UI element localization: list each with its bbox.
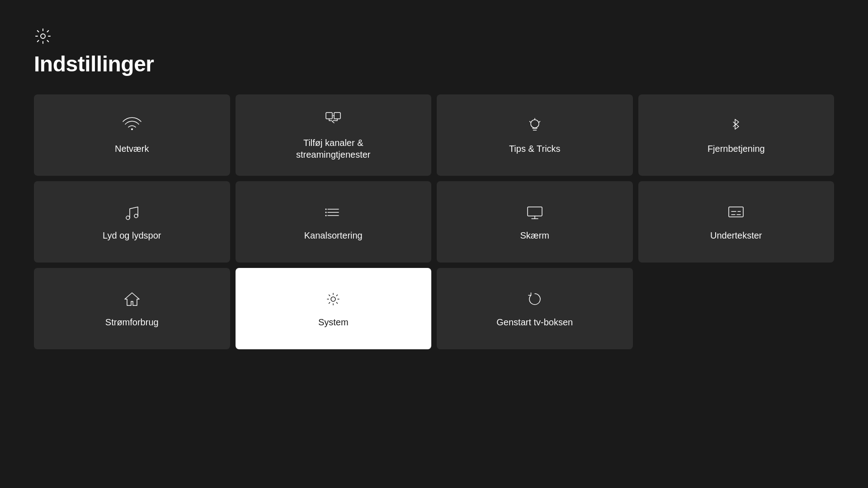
svg-point-10 bbox=[326, 212, 327, 213]
lightbulb-icon bbox=[525, 116, 545, 136]
settings-page: Indstillinger Netværk Tilføj kanaler & s… bbox=[0, 0, 868, 376]
tile-tips-tricks[interactable]: Tips & Tricks bbox=[437, 94, 633, 176]
svg-rect-2 bbox=[334, 113, 340, 119]
tile-label-restart: Genstart tv-boksen bbox=[496, 316, 573, 328]
svg-point-11 bbox=[326, 215, 327, 216]
svg-rect-1 bbox=[326, 113, 332, 119]
list-icon bbox=[323, 202, 343, 222]
settings-header-icon bbox=[34, 27, 52, 45]
home-icon bbox=[122, 289, 142, 309]
tile-remote[interactable]: Fjernbetjening bbox=[638, 94, 835, 176]
svg-rect-12 bbox=[528, 207, 542, 216]
tile-label-audio: Lyd og lydspor bbox=[103, 230, 161, 241]
bluetooth-icon bbox=[726, 116, 746, 136]
tile-network[interactable]: Netværk bbox=[34, 94, 230, 176]
svg-point-20 bbox=[331, 297, 335, 301]
wifi-icon bbox=[122, 116, 142, 136]
subtitles-icon bbox=[726, 202, 746, 222]
tile-add-channels[interactable]: Tilføj kanaler & streamingtjenester bbox=[236, 94, 432, 176]
monitor-icon bbox=[525, 202, 545, 222]
settings-grid: Netværk Tilføj kanaler & streamingtjenes… bbox=[34, 94, 834, 349]
svg-point-5 bbox=[134, 214, 138, 218]
tile-label-power: Strømforbrug bbox=[105, 316, 159, 328]
tile-channel-sort[interactable]: Kanalsortering bbox=[236, 181, 432, 263]
page-title: Indstillinger bbox=[34, 52, 834, 76]
music-icon bbox=[122, 202, 142, 222]
tile-label-system: System bbox=[318, 316, 349, 328]
page-header: Indstillinger bbox=[34, 27, 834, 76]
restart-icon bbox=[525, 289, 545, 309]
svg-point-3 bbox=[531, 120, 539, 128]
tile-label-tips-tricks: Tips & Tricks bbox=[509, 143, 561, 155]
tile-label-channel-sort: Kanalsortering bbox=[304, 230, 363, 241]
tile-label-subtitles: Undertekster bbox=[710, 230, 762, 241]
tile-power[interactable]: Strømforbrug bbox=[34, 268, 230, 349]
tile-screen[interactable]: Skærm bbox=[437, 181, 633, 263]
tile-label-screen: Skærm bbox=[520, 230, 549, 241]
tile-system[interactable]: System bbox=[236, 268, 432, 349]
channels-icon bbox=[323, 110, 343, 130]
tile-label-remote: Fjernbetjening bbox=[708, 143, 765, 155]
svg-point-4 bbox=[126, 216, 130, 220]
tile-subtitles[interactable]: Undertekster bbox=[638, 181, 835, 263]
svg-point-9 bbox=[326, 209, 327, 210]
svg-rect-15 bbox=[729, 207, 743, 217]
tile-label-network: Netværk bbox=[115, 143, 149, 155]
tile-label-add-channels: Tilføj kanaler & streamingtjenester bbox=[296, 137, 371, 160]
tile-restart[interactable]: Genstart tv-boksen bbox=[437, 268, 633, 349]
svg-point-0 bbox=[41, 34, 45, 38]
tile-audio[interactable]: Lyd og lydspor bbox=[34, 181, 230, 263]
gear-icon bbox=[323, 289, 343, 309]
